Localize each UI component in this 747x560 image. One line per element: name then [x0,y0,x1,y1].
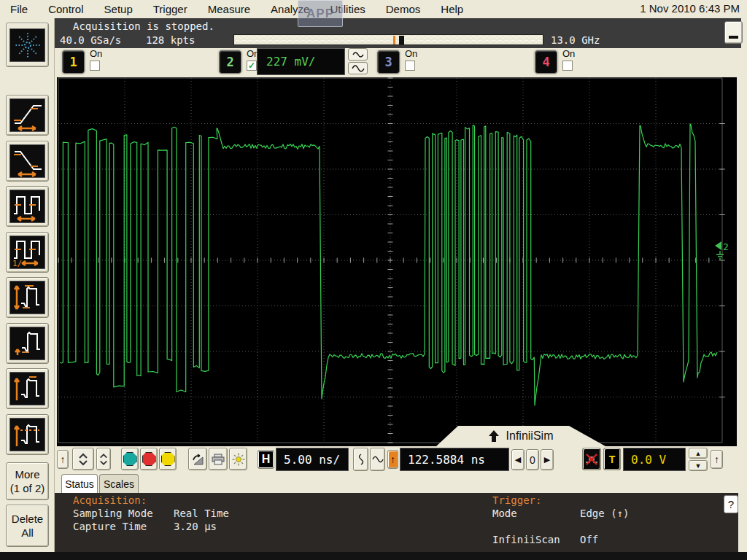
channel-4-on-label: On [562,48,575,59]
trigger-level-display[interactable]: 0.0 V [623,448,686,471]
stop-button[interactable] [140,448,158,470]
measure-period-button[interactable] [6,186,49,227]
sidebar: 1/ [0,18,55,553]
channel-2-scale-display[interactable]: 227 mV/ [257,48,345,75]
channel-1-on-label: On [90,48,102,59]
sine-icon [352,65,365,72]
acquisition-status-text: Acquisition is stopped. [73,20,214,32]
quick-measure-button[interactable] [188,448,207,470]
horizontal-fine-button[interactable] [353,448,368,471]
up-arrow-icon [489,430,499,442]
v-base-icon [9,327,45,360]
channel-2-coupling-button[interactable] [348,62,368,74]
app-logo-button[interactable] [6,23,49,67]
small-sine-icon [352,51,364,58]
capture-time-label: Capture Time [73,521,147,532]
minimize-button[interactable] [724,21,743,44]
bottom-edge-strip [0,552,747,560]
run-button[interactable] [121,448,139,470]
delete-all-button[interactable]: Delete All [6,505,49,547]
tab-scales[interactable]: Scales [99,474,139,493]
menu-setup[interactable]: Setup [104,3,133,15]
status-panel: Acquisition: Sampling Mode Real Time Cap… [55,493,738,553]
channel-3-button[interactable]: 3 [377,50,400,74]
measure-v-average-button[interactable] [6,414,49,455]
trigger-section-title: Trigger: [492,494,541,506]
measure-rise-time-button[interactable] [6,95,49,136]
horizontal-coarse-button[interactable] [370,448,385,471]
channel-4-button[interactable]: 4 [535,50,557,74]
menu-help[interactable]: Help [441,3,463,15]
vertical-scale-spinner[interactable] [72,448,94,470]
bandwidth-slider[interactable] [233,34,543,45]
display-brightness-button[interactable] [229,448,247,470]
infiniiscan-value: Off [580,534,598,545]
period-icon [9,190,45,223]
menu-bar: File Control Setup Trigger Measure Analy… [0,0,747,18]
sampling-mode-value: Real Time [174,508,229,519]
pan-right-button[interactable]: ▶ [541,449,554,470]
measure-v-top-button[interactable] [6,368,49,409]
print-button[interactable] [209,448,228,470]
fall-time-icon [9,144,45,178]
svg-text:2: 2 [723,241,729,252]
menu-trigger[interactable]: Trigger [153,3,187,15]
channel-4-checkbox[interactable] [562,61,573,71]
bandwidth-slider-thumb[interactable] [399,36,404,44]
menu-file[interactable]: File [10,3,28,15]
delete-all-line1: Delete [12,512,43,526]
graticule [58,78,725,443]
trigger-mode-label: Mode [492,508,517,519]
channel-2-button[interactable]: 2 [219,50,241,74]
memory-depth-text: 128 kpts [146,34,195,46]
measure-peak-to-peak-button[interactable] [6,277,49,318]
spin-down-button[interactable]: ▼ [689,460,708,471]
more-button-line1: More [15,467,39,481]
app-logo-icon [9,28,45,62]
chevron-up-down-icon [78,453,88,466]
zero-position-button[interactable]: 0 [526,449,539,470]
snapshot-icon [191,453,204,466]
v-average-icon [9,418,45,451]
marker-up-button[interactable]: ↑ [57,450,69,469]
acquisition-section-title: Acquisition: [73,494,147,506]
channel-2-ground-marker[interactable]: 2 [715,241,729,259]
waveform-display[interactable]: 2 [57,77,737,446]
menu-control[interactable]: Control [48,3,83,15]
channel-3-checkbox[interactable] [405,61,415,71]
channel-2-checkbox[interactable]: ✓ [247,61,257,71]
menu-measure[interactable]: Measure [208,3,250,15]
rise-time-icon [9,98,45,132]
no-trigger-icon [584,452,599,467]
tab-status[interactable]: Status [61,474,98,493]
acquisition-status-bar: Acquisition is stopped. 40.0 GSa/s 128 k… [55,18,741,48]
more-button-line2: (1 of 2) [10,481,45,495]
channel-1-checkbox[interactable] [90,61,100,71]
trigger-disabled-button[interactable] [582,448,601,470]
trigger-menu-button[interactable]: T [603,448,621,470]
peak-to-peak-icon [9,281,45,314]
measure-frequency-button[interactable]: 1/ [6,232,49,273]
menu-demos[interactable]: Demos [386,3,421,15]
frequency-icon: 1/ [9,236,45,269]
trigger-edge-button[interactable]: ↑ [387,450,398,469]
channel-1-button[interactable]: 1 [62,50,85,74]
timebase-display[interactable]: 5.00 ns/ [276,448,349,471]
horizontal-menu-button[interactable]: H [258,450,274,469]
svg-text:1/: 1/ [12,259,22,268]
spin-up-button[interactable]: ▲ [689,448,708,459]
oscilloscope-screen: File Control Setup Trigger Measure Analy… [0,0,747,560]
pan-left-button[interactable]: ◀ [511,449,525,470]
measure-v-base-button[interactable] [6,323,49,364]
bandwidth-text: 13.0 GHz [551,34,600,46]
single-button[interactable] [159,448,177,470]
help-button[interactable]: ? [724,495,738,513]
infiniiscan-label: InfiniiScan [492,534,560,545]
channel-2-fine-adjust-button[interactable] [348,48,368,61]
horizontal-position-display[interactable]: 122.5884 ns [400,448,509,471]
vertical-offset-spinner[interactable] [96,448,111,470]
trigger-slope-button[interactable]: ↑ [711,450,723,469]
more-button[interactable]: More (1 of 2) [6,462,49,500]
measure-fall-time-button[interactable] [6,141,49,182]
printer-icon [212,454,225,465]
